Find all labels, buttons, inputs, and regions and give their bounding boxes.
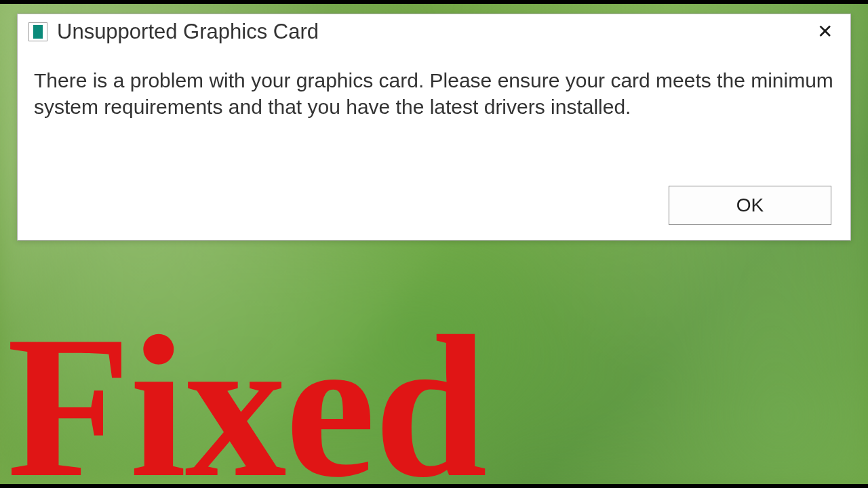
close-icon[interactable]: ✕ xyxy=(812,20,838,44)
app-icon-inner xyxy=(33,25,43,39)
title-left-group: Unsupported Graphics Card xyxy=(28,20,319,44)
app-icon xyxy=(28,22,47,41)
letterbox-top xyxy=(0,0,868,4)
ok-button[interactable]: OK xyxy=(669,186,831,225)
overlay-caption: Fixed xyxy=(7,305,486,488)
dialog-body: There is a problem with your graphics ca… xyxy=(18,47,850,127)
dialog-message: There is a problem with your graphics ca… xyxy=(34,67,837,120)
error-dialog: Unsupported Graphics Card ✕ There is a p… xyxy=(17,14,851,241)
dialog-title: Unsupported Graphics Card xyxy=(57,20,319,44)
dialog-titlebar: Unsupported Graphics Card ✕ xyxy=(18,14,850,47)
dialog-footer: OK xyxy=(669,186,831,225)
